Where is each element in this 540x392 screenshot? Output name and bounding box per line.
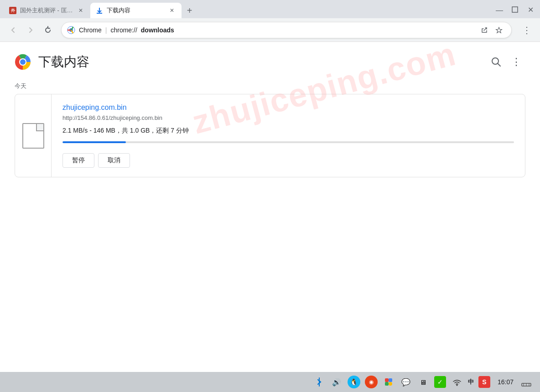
chrome-menu-button[interactable]: ⋮ <box>519 22 535 38</box>
taskbar-items: 🔊 🐧 ◉ 💬 🖥 ✓ <box>313 376 533 388</box>
page-actions: ⋮ <box>487 53 525 71</box>
share-button[interactable] <box>478 23 491 37</box>
minimize-button[interactable]: — <box>493 4 505 15</box>
svg-rect-13 <box>385 382 389 386</box>
download-url: http://154.86.0.61/zhujiceping.com.bin <box>62 114 514 121</box>
tab-label-inactive: 国外主机测评 - 匡… <box>20 6 73 15</box>
tab-close-inactive[interactable]: ✕ <box>77 6 85 15</box>
page-title-group: 下载内容 <box>15 53 89 71</box>
downloads-list: 今天 zhujiceping.com.bin http://154.86.0.6… <box>0 82 540 192</box>
check-icon[interactable]: ✓ <box>434 376 446 388</box>
file-icon <box>22 123 44 149</box>
figma-icon[interactable] <box>382 376 395 388</box>
tab-active[interactable]: 下载内容 ✕ <box>90 3 182 18</box>
page-title: 下载内容 <box>38 53 89 71</box>
svg-point-14 <box>389 382 392 386</box>
new-tab-button[interactable]: + <box>183 4 196 17</box>
cancel-button[interactable]: 取消 <box>98 153 130 168</box>
svg-rect-12 <box>389 378 392 382</box>
download-filename[interactable]: zhujiceping.com.bin <box>62 103 514 112</box>
tab-favicon-active <box>96 7 103 14</box>
maximize-icon <box>512 6 518 13</box>
address-bar: Chrome | chrome://downloads ⋮ <box>0 18 540 42</box>
download-info: zhujiceping.com.bin http://154.86.0.61/z… <box>52 94 525 177</box>
download-speed: 2.1 MB/s - 146 MB，共 1.0 GB，还剩 7 分钟 <box>62 127 514 135</box>
window-controls: — ✕ <box>493 4 536 15</box>
chrome-logo <box>15 54 31 70</box>
reload-button[interactable] <box>40 22 56 38</box>
omnibox[interactable]: Chrome | chrome://downloads <box>61 22 512 38</box>
svg-marker-4 <box>496 27 502 33</box>
bookmark-button[interactable] <box>492 23 506 37</box>
page-header: 下载内容 ⋮ <box>0 42 540 75</box>
taskbar-time: 16:07 <box>498 378 514 386</box>
more-actions-button[interactable]: ⋮ <box>507 53 525 71</box>
omnibox-actions <box>478 23 506 37</box>
section-today: 今天 <box>15 82 525 90</box>
omnibox-site: Chrome <box>79 26 102 34</box>
forward-icon <box>26 26 35 34</box>
reload-icon <box>44 26 52 34</box>
qq-icon[interactable]: 🐧 <box>348 376 360 388</box>
svg-rect-11 <box>385 378 389 382</box>
bluetooth-icon[interactable] <box>313 376 326 388</box>
forward-button[interactable] <box>23 22 38 38</box>
share-icon <box>481 26 488 34</box>
search-icon <box>491 57 501 67</box>
omnibox-url-highlight: downloads <box>141 26 174 34</box>
search-downloads-button[interactable] <box>487 53 505 71</box>
taskbar: 🔊 🐧 ◉ 💬 🖥 ✓ <box>0 372 540 392</box>
desktop-icon[interactable]: 🖥 <box>417 376 430 388</box>
star-icon <box>495 26 503 34</box>
chrome-favicon <box>67 26 75 34</box>
download-item: zhujiceping.com.bin http://154.86.0.61/z… <box>15 94 525 177</box>
tab-close-active[interactable]: ✕ <box>168 6 176 15</box>
svg-rect-1 <box>512 7 518 12</box>
download-icon-col <box>15 94 52 177</box>
svg-point-15 <box>456 385 457 386</box>
volume-icon[interactable]: 🔊 <box>330 376 343 388</box>
progress-bar-fill <box>62 141 126 143</box>
svg-point-7 <box>20 59 26 65</box>
wechat-icon[interactable]: 💬 <box>400 376 412 388</box>
download-actions: 暂停 取消 <box>62 153 514 168</box>
title-bar: 外 国外主机测评 - 匡… ✕ 下载内容 ✕ + — <box>0 0 540 18</box>
tab-group: 外 国外主机测评 - 匡… ✕ 下载内容 ✕ + <box>4 3 536 18</box>
back-icon <box>9 26 17 34</box>
progress-bar-background <box>62 141 514 143</box>
maximize-button[interactable] <box>509 4 521 15</box>
page-content: zhujiceping.com 下载内容 <box>0 42 540 372</box>
close-button[interactable]: ✕ <box>524 4 536 15</box>
sogou-icon[interactable]: S <box>478 376 490 388</box>
pause-button[interactable]: 暂停 <box>62 153 94 168</box>
svg-line-9 <box>498 64 501 67</box>
tab-inactive[interactable]: 外 国外主机测评 - 匡… ✕ <box>4 3 90 18</box>
notification-button[interactable] <box>520 376 533 388</box>
tab-favicon-inactive: 外 <box>9 7 16 14</box>
tab-label-active: 下载内容 <box>107 6 164 15</box>
language-indicator[interactable]: 中 <box>468 378 474 386</box>
wifi-icon[interactable] <box>451 376 463 388</box>
app2-icon[interactable]: ◉ <box>365 376 378 388</box>
back-button[interactable] <box>5 22 21 38</box>
omnibox-url-prefix: chrome:// <box>110 26 137 34</box>
